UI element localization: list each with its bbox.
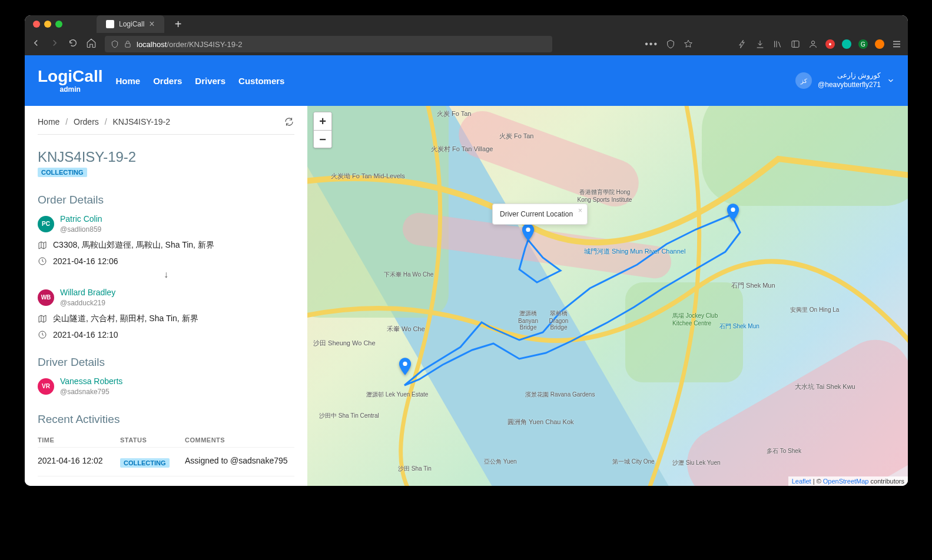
col-status: STATUS bbox=[120, 433, 185, 448]
window-maximize[interactable] bbox=[55, 21, 62, 28]
from-avatar: PC bbox=[38, 216, 54, 232]
refresh-icon[interactable] bbox=[284, 116, 294, 127]
nav-home-icon[interactable] bbox=[86, 38, 97, 51]
zoom-out-button[interactable]: − bbox=[314, 130, 331, 148]
zoom-in-button[interactable]: + bbox=[314, 112, 331, 130]
user-avatar: کز bbox=[795, 72, 812, 89]
arrow-down-icon: ↓ bbox=[38, 269, 294, 280]
tab-favicon bbox=[106, 20, 114, 28]
driver-avatar: VR bbox=[38, 378, 54, 395]
tooltip-text: Driver Current Location bbox=[500, 210, 573, 218]
tab-title: LogiCall bbox=[119, 20, 144, 28]
to-name: Willard Bradley bbox=[60, 287, 115, 298]
svg-point-6 bbox=[526, 228, 530, 232]
to-time: 2021-04-16 12:10 bbox=[53, 330, 118, 339]
nav-customers[interactable]: Customers bbox=[238, 76, 284, 86]
to-address: 尖山隧道, 六合村, 顯田村, Sha Tin, 新界 bbox=[53, 314, 198, 324]
more-icon[interactable]: ••• bbox=[645, 39, 658, 49]
map-label: 第一城 City One bbox=[612, 458, 655, 466]
map-attribution: Leaflet | © OpenStreetMap contributors bbox=[788, 476, 908, 486]
url-input[interactable]: localhost/order/KNJS4ISY-19-2 bbox=[105, 36, 552, 52]
driver-person[interactable]: VR Vanessa Roberts @sadsnake795 bbox=[38, 376, 294, 396]
map-label: 沙瀝 Siu Lek Yuen bbox=[672, 459, 721, 467]
user-menu[interactable]: کز کوروش زارعی @heavybutterfly271 bbox=[795, 71, 895, 89]
clock-icon bbox=[38, 330, 47, 339]
bookmark-icon[interactable] bbox=[683, 39, 694, 49]
brand[interactable]: LogiCall admin bbox=[38, 68, 102, 93]
cell-comment: Assigned to @sadsnake795 bbox=[185, 448, 294, 476]
to-person[interactable]: WB Willard Bradley @sadduck219 bbox=[38, 287, 294, 308]
user-names: کوروش زارعی @heavybutterfly271 bbox=[818, 71, 881, 89]
map-marker-destination[interactable] bbox=[399, 358, 412, 375]
nav-reload-icon[interactable] bbox=[68, 38, 78, 50]
driver-name: Vanessa Roberts bbox=[60, 376, 122, 387]
browser-tab[interactable]: LogiCall × bbox=[97, 15, 164, 33]
tooltip-close-icon[interactable]: × bbox=[578, 206, 582, 215]
map-icon bbox=[38, 314, 47, 324]
ext-teal-icon[interactable] bbox=[842, 39, 851, 49]
cell-time: 2021-04-16 bbox=[38, 476, 120, 486]
user-display-name: کوروش زارعی bbox=[837, 71, 881, 81]
url-domain: localhost bbox=[137, 40, 167, 49]
map-tooltip: Driver Current Location × bbox=[492, 204, 588, 225]
ext-orange-icon[interactable] bbox=[875, 39, 884, 49]
crumb-home[interactable]: Home bbox=[38, 117, 59, 126]
sidebar-icon[interactable] bbox=[790, 39, 801, 49]
map-label: 馬場 Jockey Club Kitchee Centre bbox=[672, 312, 725, 326]
window-close[interactable] bbox=[33, 21, 40, 28]
library-icon[interactable] bbox=[772, 39, 783, 49]
svg-point-5 bbox=[403, 362, 407, 366]
chevron-down-icon bbox=[887, 76, 895, 85]
hamburger-icon[interactable] bbox=[891, 39, 902, 49]
route-polyline bbox=[307, 106, 908, 486]
reader-icon[interactable] bbox=[665, 39, 676, 49]
zoom-controls: + − bbox=[313, 112, 332, 148]
order-panel[interactable]: Home / Orders / KNJS4ISY-19-2 KNJS4ISY-1… bbox=[25, 106, 307, 486]
nav-forward-icon[interactable] bbox=[49, 38, 60, 51]
nav-home[interactable]: Home bbox=[115, 76, 140, 86]
ext-green-icon[interactable]: G bbox=[858, 39, 868, 49]
nav-orders[interactable]: Orders bbox=[153, 76, 182, 86]
to-address-row: 尖山隧道, 六合村, 顯田村, Sha Tin, 新界 bbox=[38, 314, 294, 324]
tab-close-icon[interactable]: × bbox=[149, 19, 154, 29]
nav-links: Home Orders Drivers Customers bbox=[115, 76, 284, 86]
devtools-icon[interactable] bbox=[737, 39, 748, 49]
col-time: TIME bbox=[38, 433, 120, 448]
table-row: 2021-04-16 APPROVED Approve by bbox=[38, 476, 294, 486]
cell-status-badge: COLLECTING bbox=[120, 458, 170, 468]
nav-drivers[interactable]: Drivers bbox=[195, 76, 225, 86]
from-person[interactable]: PC Patric Colin @sadlion859 bbox=[38, 214, 294, 234]
to-handle: @sadduck219 bbox=[60, 298, 115, 308]
ext-red-icon[interactable]: ● bbox=[825, 39, 835, 49]
app-navbar: LogiCall admin Home Orders Drivers Custo… bbox=[25, 55, 908, 106]
toolbar-actions: ••• ● G bbox=[645, 39, 902, 49]
svg-point-7 bbox=[731, 208, 735, 212]
profile-icon[interactable] bbox=[808, 39, 818, 49]
window-minimize[interactable] bbox=[44, 21, 51, 28]
map[interactable]: Driver Current Location × + − 火炭 Fo Tan … bbox=[307, 106, 908, 486]
map-label: 沙田 Sha Tin bbox=[398, 465, 432, 473]
map-label: 翠榕橋 Dragon Bridge bbox=[544, 309, 573, 331]
map-marker-driver[interactable] bbox=[522, 224, 535, 241]
cell-time: 2021-04-16 12:02 bbox=[38, 448, 120, 476]
from-time-row: 2021-04-16 12:06 bbox=[38, 256, 294, 266]
map-label: 禾輋 Wo Che bbox=[387, 325, 425, 334]
section-recent: Recent Activities bbox=[38, 413, 294, 426]
map-label: 沙田中 Sha Tin Central bbox=[319, 412, 379, 420]
map-marker-origin[interactable] bbox=[727, 204, 739, 221]
osm-link[interactable]: OpenStreetMap bbox=[823, 478, 869, 485]
svg-rect-0 bbox=[125, 44, 130, 47]
map-icon bbox=[38, 241, 47, 250]
leaflet-link[interactable]: Leaflet bbox=[792, 478, 811, 485]
map-label: 瀝源橋 Banyan Bridge bbox=[513, 309, 543, 331]
map-label: 圓洲角 Yuen Chau Kok bbox=[508, 418, 574, 426]
cell-comment: Approve by bbox=[185, 476, 294, 486]
crumb-orders[interactable]: Orders bbox=[74, 117, 99, 126]
new-tab-button[interactable]: + bbox=[175, 18, 182, 31]
downloads-icon[interactable] bbox=[755, 39, 765, 49]
nav-back-icon[interactable] bbox=[31, 38, 41, 51]
from-address-row: C3308, 馬鞍山郊遊徑, 馬鞍山, Sha Tin, 新界 bbox=[38, 240, 294, 251]
lock-icon bbox=[124, 40, 132, 48]
window-titlebar: LogiCall × + bbox=[25, 15, 908, 33]
order-id: KNJS4ISY-19-2 bbox=[38, 149, 294, 165]
